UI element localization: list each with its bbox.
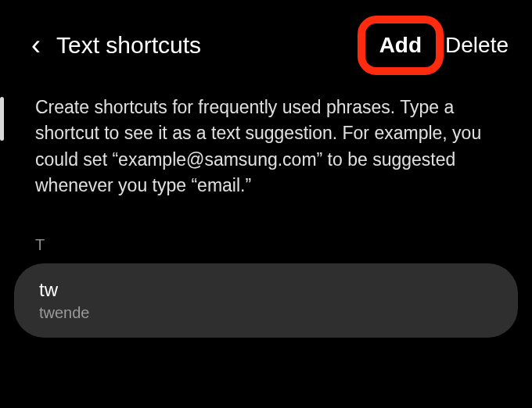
delete-button[interactable]: Delete — [445, 33, 509, 58]
add-button[interactable]: Add — [379, 33, 422, 58]
section-header-letter: T — [0, 222, 532, 263]
page-title: Text shortcuts — [56, 32, 364, 59]
back-icon[interactable]: ‹ — [31, 31, 41, 59]
description-text: Create shortcuts for frequently used phr… — [0, 75, 532, 222]
shortcut-list-item[interactable]: tw twende — [14, 263, 518, 338]
shortcut-key-text: tw — [39, 279, 493, 301]
header-bar: ‹ Text shortcuts Add Delete — [0, 0, 532, 75]
shortcut-phrase-text: twende — [39, 304, 493, 322]
header-actions: Add Delete — [379, 33, 509, 58]
scroll-indicator — [0, 97, 4, 141]
add-button-wrapper: Add — [379, 33, 422, 58]
